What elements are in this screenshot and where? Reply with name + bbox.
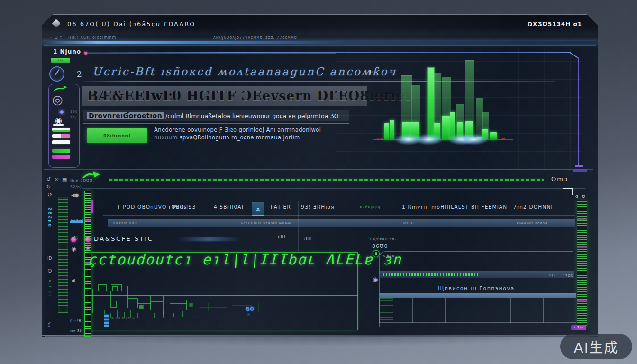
value-60-sub: 8 [247,313,250,317]
pill [52,149,70,153]
purple-block [573,169,587,172]
target-ring-icon[interactable]: ◉ [55,116,62,125]
flower-icon[interactable] [85,237,91,242]
eye-icon[interactable]: ◉ [86,246,90,251]
column-header[interactable]: Pans [173,204,187,209]
faint-value-a: Ω(Ʈ [549,273,556,277]
stamp-circle-icon[interactable]: ◎ [52,92,63,107]
pill [52,128,70,132]
pill-separator [53,124,64,126]
highlighted-term: Ƒ-Ǝıƨo [219,127,237,133]
timeline-sublabel: 52/ɑ) [70,185,82,189]
selection-glow [177,237,241,241]
grid-table-bottom-line [379,323,576,323]
pill-stack [52,128,70,161]
subtitle-underline [83,123,349,124]
timeline-secondary-line [82,188,585,189]
pill [52,134,70,138]
panel-column-line [510,201,510,232]
waveform-icon [70,217,83,223]
right-meta-label: 86Ʊ0 [372,243,388,249]
blue-glow-divider [42,41,598,44]
table-row[interactable]: ıllƨɛɛlɛ llllll ʌʌʌıılılıılʌ ʀɛɢɢɛƨ ᴍᴍᴍᴍ… [108,219,575,227]
green-cursor-arrow-icon[interactable] [82,170,101,179]
column-header[interactable]: PAT ER [271,204,291,209]
counter-label: C:ı 90 [70,318,82,323]
holo-screen: 06 67Ʊ( U) Dai (ɔ6ã5çu £DAARƱ ΩXƷƱ5134H … [42,14,598,337]
meta-label: ᴍᴊʏ Ʒ8 [70,329,82,333]
grid-table-title: Щпвиcoн ııı Гоппэиova [400,285,552,291]
dial-small-icon[interactable]: ⊙ [47,267,52,274]
pill [52,155,70,159]
eye-icon[interactable]: ◉ [71,246,76,252]
swoosh-icon[interactable] [53,85,67,92]
column-header[interactable]: 4 5Brll0AI [214,204,244,209]
green-dotted-progress [383,273,480,276]
matrix-top-icons[interactable]: ɑ ʊ [575,194,586,199]
grid-table-left-texture [380,294,393,322]
subtitle-row: DrovnreıƓoroetıon /culml Rlmnuaßetaloa l… [83,110,349,121]
page-title: BÆ&EEIwĿ0 HGITF ƆEevsern DĽEO8ıorıor [82,86,367,106]
column-header[interactable]: 9Ʒ! ƎRHıoя [301,204,335,209]
grid-table-cells [379,298,576,323]
description-block: Anedorene oovuınope Ƒ-Ǝıƨo gorlnloeJ Anı… [154,126,358,141]
column-header[interactable]: 7rn2 DOHNNI [513,204,553,209]
bright-bar [490,132,497,139]
row-selection-tick [91,200,93,213]
toolbar-left-text: ≍ Q Y ˃ IIIR? XƟR?oldclmmm [49,36,116,40]
badge-tile-icon[interactable]: ᴥ [252,202,264,216]
gauge-dial[interactable] [49,66,64,82]
cell-text: ʌʌʌıılılıılʌ ʀɛɢɢɛƨ ᴍᴍᴍᴍ [241,221,291,225]
tick-marks: ıllll [278,235,285,239]
row-divider [108,229,383,229]
timeline-scrubber[interactable] [109,179,544,181]
moon-icon[interactable]: ☾ [47,321,53,328]
subtitle-text: /culml Rlmnuaßetaloa lıenıeuwoour goɕa ʀ… [164,112,338,119]
value-60: 60 [246,305,254,312]
cell-text: ıɢı ııı [403,221,414,225]
sidebar-index-label: 1 Njuno [53,48,81,55]
chart-baseline-label-right: Vm [499,137,506,141]
matrix-column-right [577,200,587,326]
frame-right-rail [578,58,581,167]
titlebar-right-status: ΩXƷƱ5134H ơ1 [528,21,582,27]
eye-icon[interactable]: ◉ [373,276,378,283]
flower-icon[interactable] [71,237,76,242]
back-icon[interactable]: ◀ [71,278,75,283]
frame-right-tick [575,165,583,167]
ai-watermark: AI生成 [560,334,632,359]
handwritten-annotation: Ucric-Bft ısñoĸcd ʍoʌtaanaagunϹ ancoʍƙoч [92,65,396,78]
screen-bottom-edge [42,335,598,336]
tick-marks: ıllll [304,237,312,241]
pill [52,140,70,144]
grid-view-icon[interactable]: ▦ [62,176,67,182]
header-green-fragment: ɒƨƧɰɰɰ [360,205,381,209]
chart-baseline-label-left: ᴍᴍı [376,137,384,141]
section-title: DA&SCFE STIC [94,235,153,242]
primary-action-button[interactable]: 08ıbınnnl [87,128,147,143]
grid-table-header-row[interactable] [379,293,576,298]
cell-text: ıllƨɛɛlɛ llllll [113,221,137,225]
glow-spot [460,134,488,145]
dotted-progress-band[interactable] [379,271,574,278]
column-header[interactable]: 1 Rmyrııı moHIIILALST BII FEEMJAN [402,204,507,209]
app-diamond-icon[interactable] [52,19,60,27]
description-line1: Anedorene oovuınope Ƒ-Ǝıƨo gorlnloeJ Anı… [154,126,358,134]
playback-icon[interactable]: ◀● [71,192,79,198]
grid-table: Щпвиcoн ııı Гоппэиova [379,283,576,323]
search-icon[interactable]: ⊙ [55,176,59,182]
titlebar: 06 67Ʊ( U) Dai (ɔ6ã5çu £DAARƱ ΩXƷƱ5134H … [42,14,598,33]
header-hairline [103,215,575,216]
subtitle-label: DrovnreıƓoroetıon [87,112,164,119]
status-badge[interactable]: ıƨıƨı [51,58,70,63]
refresh-icon[interactable]: ↺ [46,176,51,182]
rotate-icon[interactable]: ↺ [47,191,52,198]
panel-corner-bracket [563,188,573,195]
right-meta-small: Ɔ 6/68KO ʊʊ- [369,237,396,241]
green-data-strip [58,197,68,313]
leaf-circle-icon[interactable] [373,250,380,257]
purple-badge[interactable]: <Ʒjɒ [571,325,586,330]
scene: 06 67Ʊ( U) Dai (ɔ6ã5çu £DAARƱ ΩXƷƱ5134H … [0,0,637,364]
chart-corner-glyph: ʃι [370,69,373,74]
bar-chart: ʃι ᴍᴍı Vm [373,56,513,140]
